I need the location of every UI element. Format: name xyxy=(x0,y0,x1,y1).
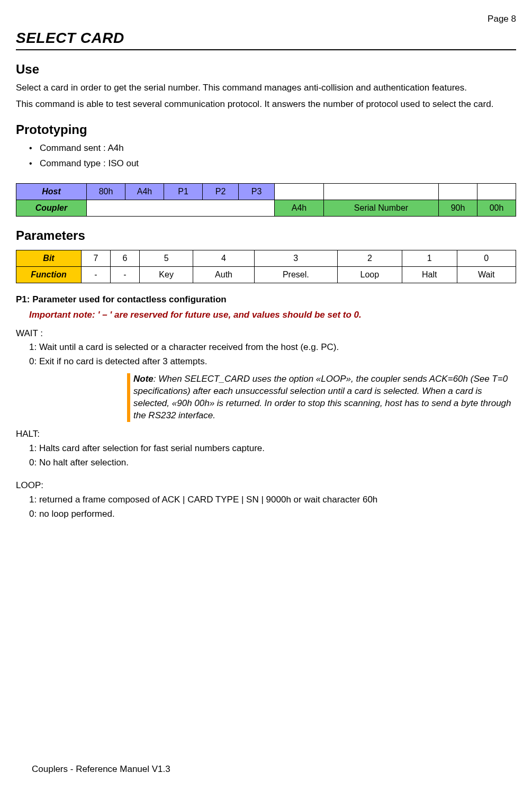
empty-cell xyxy=(324,184,439,200)
title-rule xyxy=(16,49,516,50)
coupler-label: Coupler xyxy=(16,200,87,217)
wait-label: WAIT : xyxy=(16,328,516,340)
coupler-cell: 00h xyxy=(477,200,516,217)
parameters-heading: Parameters xyxy=(16,227,516,244)
empty-cell xyxy=(477,184,516,200)
host-label: Host xyxy=(16,184,87,200)
note-text: : When SELECT_CARD uses the option «LOOP… xyxy=(133,374,511,420)
halt-label: HALT: xyxy=(16,428,516,441)
func-cell: Key xyxy=(139,266,193,283)
coupler-cell: Serial Number xyxy=(324,200,439,217)
command-table: Host 80h A4h P1 P2 P3 Coupler A4h Serial… xyxy=(16,183,516,217)
bit-cell: 5 xyxy=(139,250,193,266)
host-cell: A4h xyxy=(125,184,164,200)
loop-desc-0: 0: no loop performed. xyxy=(29,508,516,520)
func-cell: Wait xyxy=(457,266,516,283)
host-cell: P2 xyxy=(203,184,239,200)
loop-label: LOOP: xyxy=(16,480,516,492)
bit-cell: 1 xyxy=(402,250,457,266)
empty-cell xyxy=(439,184,477,200)
bit-cell: 3 xyxy=(254,250,337,266)
func-cell: - xyxy=(82,266,111,283)
page-number: Page 8 xyxy=(16,13,516,25)
coupler-cell: 90h xyxy=(439,200,477,217)
func-cell: Auth xyxy=(193,266,254,283)
host-cell: 80h xyxy=(87,184,125,200)
use-paragraph-1: Select a card in order to get the serial… xyxy=(16,82,516,94)
footer: Couplers - Reference Manuel V1.3 xyxy=(32,763,170,776)
halt-desc-1: 1: Halts card after selection for fast s… xyxy=(29,443,516,455)
note-block: Note: When SELECT_CARD uses the option «… xyxy=(127,373,516,422)
func-cell: Presel. xyxy=(254,266,337,283)
bit-cell: 2 xyxy=(337,250,402,266)
page-title: SELECT CARD xyxy=(16,28,516,48)
wait-desc-0: 0: Exit if no card is detected after 3 a… xyxy=(29,356,516,368)
prototyping-list: Command sent : A4h Command type : ISO ou… xyxy=(16,142,516,170)
use-heading: Use xyxy=(16,61,516,78)
wait-desc-1: 1: Wait until a card is selected or a ch… xyxy=(29,341,516,354)
host-cell: P1 xyxy=(164,184,203,200)
bit-label: Bit xyxy=(16,250,82,266)
function-label: Function xyxy=(16,266,82,283)
p1-heading: P1: Parameter used for contactless confi… xyxy=(16,294,516,306)
use-paragraph-2: This command is able to test several com… xyxy=(16,98,516,111)
parameters-table: Bit 7 6 5 4 3 2 1 0 Function - - Key Aut… xyxy=(16,250,516,283)
func-cell: Loop xyxy=(337,266,402,283)
note-label: Note xyxy=(133,374,154,384)
bit-cell: 4 xyxy=(193,250,254,266)
coupler-cell: A4h xyxy=(275,200,324,217)
bit-cell: 7 xyxy=(82,250,111,266)
func-cell: Halt xyxy=(402,266,457,283)
bit-cell: 6 xyxy=(110,250,139,266)
important-note: Important note: ' – ' are reserved for f… xyxy=(29,309,516,321)
proto-item: Command sent : A4h xyxy=(40,142,516,155)
empty-cell xyxy=(87,200,275,217)
loop-desc-1: 1: returned a frame composed of ACK | CA… xyxy=(29,494,516,506)
bit-cell: 0 xyxy=(457,250,516,266)
empty-cell xyxy=(275,184,324,200)
prototyping-heading: Prototyping xyxy=(16,121,516,138)
halt-desc-0: 0: No halt after selection. xyxy=(29,457,516,469)
host-cell: P3 xyxy=(239,184,275,200)
func-cell: - xyxy=(110,266,139,283)
proto-item: Command type : ISO out xyxy=(40,158,516,170)
